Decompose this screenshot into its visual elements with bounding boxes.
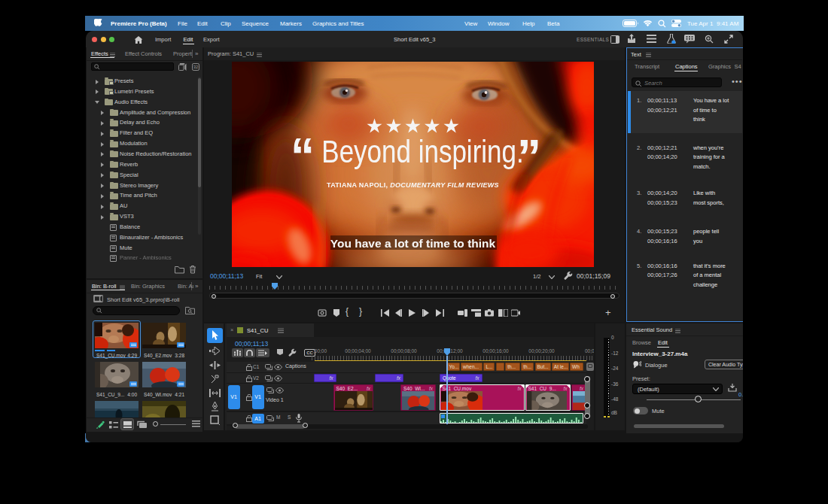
svg-text:32: 32 xyxy=(193,65,199,69)
